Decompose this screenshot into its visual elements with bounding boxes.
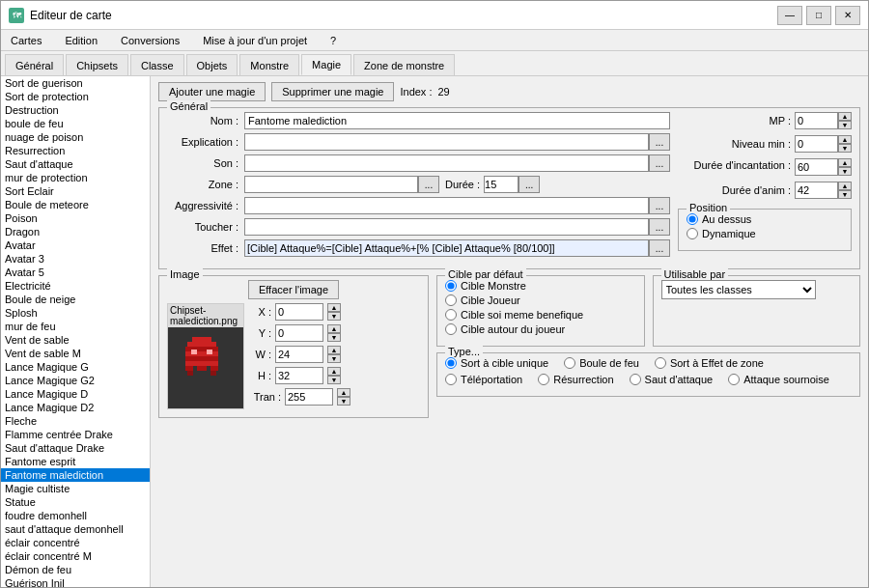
niveau-min-input[interactable] (795, 135, 838, 153)
tran-down-button[interactable]: ▼ (337, 397, 350, 406)
x-up-button[interactable]: ▲ (327, 303, 341, 312)
list-item[interactable]: Sort Eclair (1, 184, 150, 198)
x-input[interactable] (275, 303, 323, 321)
list-item[interactable]: Vent de sable M (1, 347, 150, 360)
zone-input[interactable] (244, 176, 418, 193)
duree-anim-input[interactable] (795, 182, 838, 199)
list-item[interactable]: Resurrection (1, 144, 150, 157)
menu-miseajour[interactable]: Mise à jour d'un projet (197, 33, 313, 48)
list-item[interactable]: saut d'attaque demonhell (1, 522, 150, 536)
tab-objets[interactable]: Objets (186, 54, 238, 75)
type-teleportation-radio[interactable] (445, 374, 457, 385)
tab-monstre[interactable]: Monstre (239, 54, 299, 75)
son-input[interactable] (244, 154, 649, 172)
duree-incantation-input[interactable] (795, 158, 838, 176)
y-up-button[interactable]: ▲ (327, 324, 341, 333)
list-item[interactable]: Statue (1, 495, 150, 509)
list-item[interactable]: Démon de feu (1, 563, 150, 576)
list-item[interactable]: Guérison Inil (1, 576, 150, 587)
menu-help[interactable]: ? (324, 33, 342, 48)
add-magic-button[interactable]: Ajouter une magie (158, 82, 266, 101)
tab-zone-monstre[interactable]: Zone de monstre (353, 54, 455, 75)
utilisable-select[interactable]: Toutes les classes (661, 280, 816, 299)
close-button[interactable]: ✕ (835, 6, 860, 25)
menu-conversions[interactable]: Conversions (115, 33, 185, 48)
type-effet-zone-radio[interactable] (655, 357, 666, 369)
tran-up-button[interactable]: ▲ (337, 388, 350, 397)
w-input[interactable] (275, 346, 323, 363)
y-input[interactable] (275, 324, 323, 342)
list-item[interactable]: Lance Magique D (1, 387, 150, 401)
list-item[interactable]: Saut d'attaque (1, 157, 150, 171)
h-down-button[interactable]: ▼ (327, 376, 341, 384)
cible-joueur-radio[interactable] (445, 294, 457, 306)
position-dynamique-radio[interactable] (687, 228, 698, 239)
list-item[interactable]: Destruction (1, 103, 150, 117)
list-item[interactable]: Lance Magique G2 (1, 374, 150, 387)
toucher-browse-button[interactable]: ... (649, 218, 670, 236)
list-item[interactable]: Fleche (1, 414, 150, 428)
niveau-min-down-button[interactable]: ▼ (838, 144, 852, 153)
mp-down-button[interactable]: ▼ (838, 121, 852, 129)
list-item[interactable]: nuage de poison (1, 130, 150, 144)
type-resurrection-radio[interactable] (538, 374, 549, 385)
zone-browse-button[interactable]: ... (418, 176, 439, 193)
list-item[interactable]: mur de feu (1, 320, 150, 333)
minimize-button[interactable]: — (777, 6, 802, 25)
list-item[interactable]: Electricité (1, 279, 150, 293)
menu-edition[interactable]: Edition (59, 33, 103, 48)
list-item[interactable]: Fantome esprit (1, 455, 150, 468)
tab-general[interactable]: Général (5, 54, 64, 75)
list-item[interactable]: Boule de meteore (1, 198, 150, 211)
list-item[interactable]: Lance Magique G (1, 360, 150, 374)
effet-browse-button[interactable]: ... (649, 239, 670, 257)
effacer-image-button[interactable]: Effacer l'image (248, 280, 339, 299)
list-item[interactable]: éclair concentré (1, 536, 150, 549)
cible-autour-radio[interactable] (445, 323, 457, 335)
list-item[interactable]: Sort de protection (1, 90, 150, 103)
list-item[interactable]: Avatar 3 (1, 252, 150, 266)
mp-input[interactable] (795, 112, 838, 129)
list-item[interactable]: foudre demonhell (1, 509, 150, 522)
h-input[interactable] (275, 367, 323, 384)
list-item[interactable]: Avatar (1, 238, 150, 252)
list-item[interactable]: Splosh (1, 306, 150, 320)
w-up-button[interactable]: ▲ (327, 346, 341, 354)
toucher-input[interactable] (244, 218, 649, 236)
list-item[interactable]: Vent de sable (1, 333, 150, 347)
maximize-button[interactable]: □ (806, 6, 831, 25)
tran-input[interactable] (285, 388, 333, 406)
type-saut-attaque-radio[interactable] (630, 374, 641, 385)
explication-browse-button[interactable]: ... (649, 133, 670, 151)
tab-chipsets[interactable]: Chipsets (66, 54, 128, 75)
explication-input[interactable] (244, 133, 649, 151)
son-browse-button[interactable]: ... (649, 154, 670, 172)
mp-up-button[interactable]: ▲ (838, 112, 852, 121)
list-item[interactable]: Lance Magique D2 (1, 401, 150, 414)
list-item[interactable]: Sort de guerison (1, 76, 150, 90)
remove-magic-button[interactable]: Supprimer une magie (271, 82, 394, 101)
list-item[interactable]: Avatar 5 (1, 266, 150, 279)
list-item[interactable]: Magie cultiste (1, 482, 150, 495)
cible-soi-radio[interactable] (445, 309, 457, 321)
list-item[interactable]: boule de feu (1, 117, 150, 130)
list-item[interactable]: Dragon (1, 225, 150, 238)
list-item[interactable]: Poison (1, 211, 150, 225)
position-au-dessus-radio[interactable] (687, 213, 698, 225)
duree-incantation-up-button[interactable]: ▲ (838, 158, 852, 167)
effet-input[interactable] (244, 239, 649, 257)
duree-incantation-down-button[interactable]: ▼ (838, 167, 852, 176)
niveau-min-up-button[interactable]: ▲ (838, 135, 852, 144)
duree-input[interactable] (484, 176, 519, 193)
aggressivite-browse-button[interactable]: ... (649, 197, 670, 214)
tab-magie[interactable]: Magie (301, 54, 351, 75)
cible-monstre-radio[interactable] (445, 280, 457, 292)
tab-classe[interactable]: Classe (130, 54, 184, 75)
h-up-button[interactable]: ▲ (327, 367, 341, 376)
duree-browse-button[interactable]: ... (519, 176, 540, 193)
list-item[interactable]: Boule de neige (1, 293, 150, 306)
duree-anim-up-button[interactable]: ▲ (838, 182, 852, 190)
nom-input[interactable] (244, 112, 670, 129)
x-down-button[interactable]: ▼ (327, 312, 341, 321)
aggressivite-input[interactable] (244, 197, 649, 214)
